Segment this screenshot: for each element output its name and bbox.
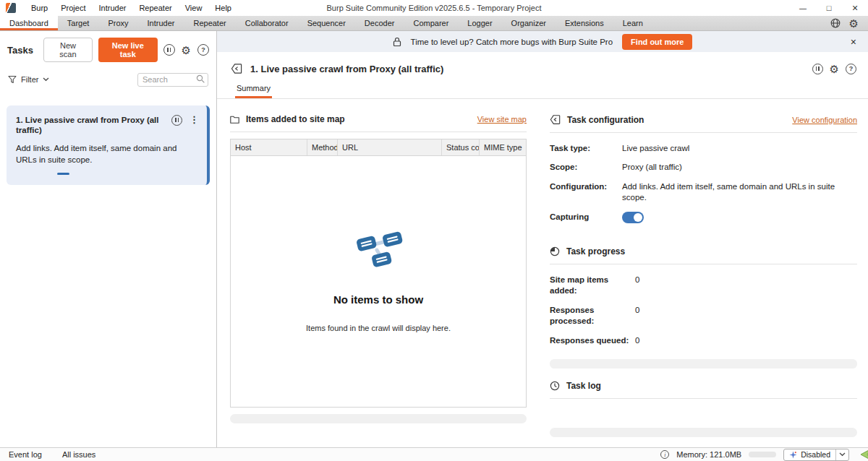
lock-icon (393, 37, 401, 47)
task-menu-icon[interactable]: ⋮ (187, 115, 201, 124)
chevron-down-icon (43, 77, 49, 82)
column-header-method[interactable]: Method (307, 139, 338, 155)
tab-proxy[interactable]: Proxy (98, 16, 137, 30)
config-row: Task type: Live passive crawl (550, 139, 857, 158)
filter-label: Filter (21, 75, 38, 84)
task-card-description: Add links. Add item itself, same domain … (16, 142, 201, 165)
ai-dropdown-chevron[interactable] (835, 449, 848, 460)
capturing-toggle[interactable] (622, 212, 644, 223)
view-site-map-link[interactable]: View site map (477, 115, 527, 124)
funnel-icon (8, 75, 17, 84)
tab-summary[interactable]: Summary (235, 82, 272, 98)
tab-comparer[interactable]: Comparer (404, 16, 458, 30)
task-detail-heading: 1. Live passive crawl from Proxy (all tr… (250, 64, 443, 74)
chevron-down-icon (839, 452, 846, 457)
title-bar: Burp Project Intruder Repeater View Help… (0, 0, 868, 16)
settings-gear-icon[interactable]: ⚙ (849, 18, 859, 29)
column-header-host[interactable]: Host (231, 139, 307, 155)
tab-extensions[interactable]: Extensions (556, 16, 613, 30)
all-issues-button[interactable]: All issues (62, 450, 95, 459)
tasks-panel: Tasks New scan New live task ⚙ ? Filter (0, 31, 217, 447)
view-configuration-link[interactable]: View configuration (792, 116, 857, 124)
task-pause-icon[interactable] (171, 115, 182, 126)
minimize-button[interactable]: — (790, 0, 816, 16)
status-bar: Event log All issues i Memory: 121.0MB D… (0, 447, 868, 461)
mouse-cursor (859, 449, 868, 460)
task-progress-section: Task progress Site map items added: 0 Re… (550, 243, 857, 350)
tasks-help-icon[interactable]: ? (197, 44, 209, 56)
horizontal-scrollbar-track[interactable] (230, 414, 527, 423)
upgrade-banner: Time to level up? Catch more bugs with B… (217, 31, 868, 52)
column-header-mime-type[interactable]: MIME type (480, 139, 526, 155)
menu-help[interactable]: Help (208, 4, 238, 12)
maximize-button[interactable]: □ (816, 0, 842, 16)
search-icon (196, 74, 205, 84)
memory-gauge (749, 452, 776, 457)
pause-all-tasks-icon[interactable] (163, 44, 175, 56)
event-log-button[interactable]: Event log (9, 450, 42, 459)
horizontal-scrollbar-track[interactable] (550, 428, 857, 437)
task-tag-icon (550, 114, 561, 125)
log-panel-title: Task log (566, 381, 601, 391)
task-tag-icon (231, 63, 242, 74)
burp-ai-dropdown[interactable]: Disabled (783, 449, 849, 461)
tab-decoder[interactable]: Decoder (355, 16, 404, 30)
clock-icon (550, 381, 560, 391)
task-progress-dash (57, 173, 69, 176)
empty-state-caption: Items found in the crawl will display he… (306, 324, 451, 332)
progress-row: Responses queued: 0 (550, 331, 857, 350)
capturing-label: Capturing (550, 212, 622, 223)
config-row: Scope: Proxy (all traffic) (550, 158, 857, 178)
sitemap-table: Host Method URL Status co... MIME type (230, 139, 527, 408)
tab-learn[interactable]: Learn (613, 16, 652, 30)
tab-intruder[interactable]: Intruder (138, 16, 184, 30)
tab-repeater[interactable]: Repeater (184, 16, 235, 30)
menu-intruder[interactable]: Intruder (93, 4, 133, 12)
detail-help-icon[interactable]: ? (846, 64, 856, 74)
column-header-url[interactable]: URL (338, 139, 442, 155)
tab-collaborator[interactable]: Collaborator (236, 16, 298, 30)
ai-sparkle-icon (789, 451, 797, 459)
panel-divider (550, 359, 857, 369)
task-card-title: 1. Live passive crawl from Proxy (all tr… (16, 115, 166, 137)
tab-organizer[interactable]: Organizer (502, 16, 556, 30)
burp-logo-icon (6, 3, 16, 13)
info-icon: i (660, 450, 669, 459)
config-panel-title: Task configuration (567, 115, 644, 125)
main-tab-bar: Dashboard Target Proxy Intruder Repeater… (0, 16, 868, 31)
detail-settings-gear-icon[interactable]: ⚙ (830, 64, 839, 74)
tab-logger[interactable]: Logger (458, 16, 501, 30)
tab-target[interactable]: Target (58, 16, 99, 30)
progress-row: Site map items added: 0 (550, 270, 857, 301)
progress-panel-title: Task progress (566, 246, 625, 257)
config-row: Configuration: Add links. Add item itsel… (550, 177, 857, 207)
task-log-panel: Task log (550, 377, 857, 437)
tasks-panel-title: Tasks (7, 45, 33, 56)
globe-icon[interactable] (830, 18, 841, 28)
sitemap-empty-icon (353, 231, 404, 272)
tab-dashboard[interactable]: Dashboard (0, 16, 58, 30)
task-card[interactable]: 1. Live passive crawl from Proxy (all tr… (7, 105, 210, 186)
menu-repeater[interactable]: Repeater (132, 4, 178, 12)
new-scan-button[interactable]: New scan (43, 38, 93, 62)
tab-sequencer[interactable]: Sequencer (298, 16, 355, 30)
memory-usage: Memory: 121.0MB (676, 450, 741, 459)
menu-view[interactable]: View (179, 4, 209, 12)
filter-control[interactable]: Filter (8, 75, 49, 84)
sitemap-panel-title: Items added to site map (246, 114, 345, 124)
progress-row: Responses processed: 0 (550, 301, 857, 331)
menu-project[interactable]: Project (54, 4, 92, 12)
tasks-settings-gear-icon[interactable]: ⚙ (182, 45, 191, 56)
sitemap-empty-state: No items to show Items found in the craw… (231, 156, 526, 407)
menu-burp[interactable]: Burp (25, 4, 54, 12)
detail-pause-icon[interactable] (812, 64, 823, 74)
close-button[interactable]: × (842, 0, 868, 16)
sitemap-panel: Items added to site map View site map Ho… (230, 111, 527, 437)
new-live-task-button[interactable]: New live task (98, 38, 157, 62)
folder-icon (230, 116, 239, 124)
task-configuration-panel: Task configuration View configuration Ta… (550, 111, 857, 350)
column-header-status-code[interactable]: Status co... (442, 139, 480, 155)
find-out-more-button[interactable]: Find out more (622, 34, 692, 50)
banner-close-icon[interactable]: × (851, 31, 856, 52)
clock-pie-icon (550, 246, 560, 257)
